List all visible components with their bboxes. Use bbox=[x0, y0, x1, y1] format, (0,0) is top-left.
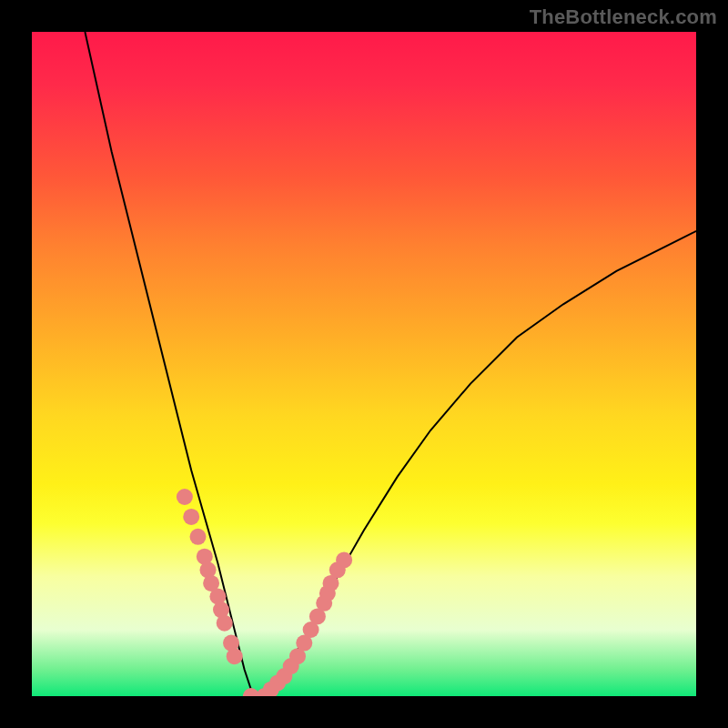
right-highlight-dots bbox=[243, 551, 352, 696]
watermark-text: TheBottleneck.com bbox=[530, 5, 717, 29]
highlight-dot bbox=[190, 529, 207, 545]
highlight-dot bbox=[227, 648, 243, 664]
highlight-dot bbox=[336, 551, 352, 568]
chart-svg bbox=[32, 32, 696, 696]
right-curve-line bbox=[258, 231, 696, 696]
highlight-dot bbox=[183, 509, 199, 525]
left-curve-line bbox=[85, 32, 258, 696]
left-highlight-dots bbox=[177, 489, 243, 664]
highlight-dot bbox=[217, 615, 233, 632]
chart-plot-area bbox=[32, 32, 696, 696]
highlight-dot bbox=[177, 489, 193, 505]
